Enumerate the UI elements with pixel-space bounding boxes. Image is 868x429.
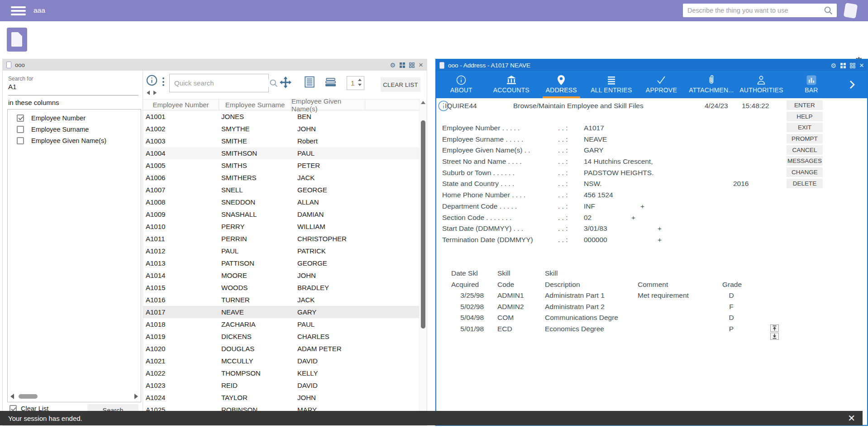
- field-value[interactable]: NEAVE: [584, 135, 607, 143]
- horizontal-scrollbar[interactable]: [10, 393, 138, 400]
- window-titlebar[interactable]: ooo ⚙ ×: [3, 59, 427, 71]
- tile-restore-icon[interactable]: [840, 63, 846, 68]
- table-row[interactable]: A1005SMITHSPETER: [143, 159, 419, 172]
- scroll-left-icon[interactable]: [10, 394, 14, 399]
- clear-list-button[interactable]: CLEAR LIST: [381, 77, 420, 92]
- page-number-value[interactable]: 1: [351, 79, 355, 87]
- table-row[interactable]: A1003SMITHERobert: [143, 135, 419, 147]
- kebab-menu-icon[interactable]: [162, 77, 164, 86]
- window-settings-gear-icon[interactable]: ⚙: [390, 62, 396, 68]
- info-icon[interactable]: [146, 74, 158, 86]
- tab-about[interactable]: ABOUT: [436, 71, 486, 98]
- table-row[interactable]: A1023REIDDAVID: [143, 379, 419, 391]
- tab-address[interactable]: ADDRESS: [536, 71, 587, 98]
- field-value[interactable]: 3/01/83: [584, 224, 607, 233]
- table-row[interactable]: A1010PERRYWILLIAM: [143, 220, 419, 233]
- tab-attachmen[interactable]: ATTACHMEN...: [687, 71, 737, 98]
- vertical-scrollbar[interactable]: [419, 99, 427, 425]
- page-number-stepper[interactable]: 1: [347, 76, 364, 90]
- column-option[interactable]: Employee Number: [8, 112, 141, 124]
- close-icon[interactable]: ×: [859, 62, 864, 69]
- tile-maximize-icon[interactable]: [409, 62, 415, 68]
- tab-all-entries[interactable]: ALL ENTRIES: [587, 71, 637, 98]
- action-button-enter[interactable]: ENTER: [787, 100, 823, 110]
- tab-accounts[interactable]: ACCOUNTS: [486, 71, 537, 98]
- column-option[interactable]: Employee Surname: [8, 124, 141, 135]
- table-row[interactable]: A1006SMITHERSJACK: [143, 172, 419, 184]
- field-value[interactable]: PADSTOW HEIGHTS.: [584, 169, 653, 177]
- scroll-right-icon[interactable]: [134, 394, 138, 399]
- tile-maximize-icon[interactable]: [850, 63, 855, 68]
- field-value[interactable]: 14 Hutchins Crescent,: [584, 157, 653, 166]
- move-icon[interactable]: [280, 76, 291, 88]
- scroll-to-top-icon[interactable]: [770, 324, 779, 332]
- quick-search-input[interactable]: [170, 79, 269, 87]
- stacked-drawers-icon[interactable]: [325, 78, 336, 87]
- step-down-icon[interactable]: [358, 84, 362, 86]
- table-row[interactable]: A1016TURNERJACK: [143, 294, 419, 306]
- column-option[interactable]: Employee Given Name(s): [8, 135, 141, 146]
- prompt-plus[interactable]: +: [640, 202, 644, 210]
- field-value[interactable]: 02: [584, 214, 591, 222]
- prompt-plus[interactable]: +: [658, 224, 662, 233]
- field-value[interactable]: 456 1524: [584, 191, 613, 199]
- table-row[interactable]: A1012PAULPATRICK: [143, 245, 419, 257]
- scrollbar-thumb[interactable]: [421, 120, 425, 329]
- prompt-plus[interactable]: +: [658, 236, 662, 244]
- checkbox-unchecked-icon[interactable]: [17, 137, 24, 144]
- table-row[interactable]: A1008SNEDDONALLAN: [143, 196, 419, 208]
- document-tile-icon[interactable]: [7, 28, 27, 52]
- table-row[interactable]: A1002SMYTHEJOHN: [143, 123, 419, 135]
- table-row[interactable]: A1022THOMPSONKELLY: [143, 367, 419, 379]
- prev-page-icon[interactable]: [147, 91, 150, 95]
- table-row[interactable]: A1017NEAVEGARY: [143, 306, 419, 318]
- scroll-to-bottom-icon[interactable]: [770, 333, 779, 340]
- table-row[interactable]: A1019DICKENSCHARLES: [143, 330, 419, 343]
- field-value[interactable]: INF: [584, 202, 595, 210]
- table-row[interactable]: A1007SNELLGEORGE: [143, 184, 419, 196]
- prompt-plus[interactable]: +: [631, 214, 635, 222]
- table-row[interactable]: A1014MOOREJOHN: [143, 269, 419, 281]
- scrollbar-thumb[interactable]: [19, 394, 38, 399]
- table-row[interactable]: A1015WOODSBRADLEY: [143, 281, 419, 294]
- table-row[interactable]: A1020DOUGLASADAM PETER: [143, 343, 419, 355]
- field-value[interactable]: 000000: [584, 236, 607, 244]
- table-row[interactable]: A1013PATTISONGEORGE: [143, 257, 419, 269]
- table-row[interactable]: A1018ZACHARIAPAUL: [143, 318, 419, 330]
- search-icon[interactable]: [269, 78, 278, 88]
- field-value[interactable]: A1017: [584, 124, 604, 132]
- column-header[interactable]: Employee Number: [143, 100, 219, 110]
- column-header[interactable]: Employee Surname: [219, 100, 291, 110]
- next-page-icon[interactable]: [153, 91, 157, 95]
- list-view-icon[interactable]: [304, 76, 315, 88]
- field-value[interactable]: GARY: [584, 146, 604, 154]
- tab-approve[interactable]: APPROVE: [636, 71, 687, 98]
- column-header[interactable]: Employee Given Name(s): [291, 100, 365, 110]
- window-titlebar[interactable]: ooo - Address - A1017 NEAVE ⚙ ×: [436, 60, 867, 71]
- tile-restore-icon[interactable]: [400, 62, 405, 68]
- scrollbar-track[interactable]: [14, 393, 134, 400]
- tab-authorities[interactable]: AUTHORITIES: [736, 71, 787, 98]
- checkbox-unchecked-icon[interactable]: [17, 126, 24, 133]
- table-row[interactable]: A1004SMITHSONPAUL: [143, 147, 419, 159]
- checkbox-checked-icon[interactable]: [17, 114, 24, 122]
- table-row[interactable]: A1009SNASHALLDAMIAN: [143, 208, 419, 220]
- global-search-input[interactable]: [683, 7, 823, 14]
- step-up-icon[interactable]: [358, 79, 362, 81]
- search-icon[interactable]: [823, 5, 833, 15]
- table-row[interactable]: A1001JONESBEN: [143, 110, 419, 123]
- close-icon[interactable]: ×: [419, 61, 423, 69]
- action-button-help[interactable]: HELP: [787, 112, 823, 121]
- window-settings-gear-icon[interactable]: ⚙: [831, 62, 837, 69]
- field-value[interactable]: NSW.: [584, 180, 602, 188]
- table-row[interactable]: A1024TAYLORJOHN: [143, 391, 419, 404]
- more-tabs-button[interactable]: [836, 71, 867, 98]
- menu-icon[interactable]: [11, 6, 26, 15]
- tab-bar[interactable]: BAR: [787, 71, 837, 98]
- table-row[interactable]: A1011PERRINCHRISTOPHER: [143, 233, 419, 245]
- table-row[interactable]: A1021MCCULLYDAVID: [143, 355, 419, 367]
- close-icon[interactable]: ✕: [848, 414, 855, 423]
- search-for-value[interactable]: A1: [8, 83, 16, 91]
- scroll-up-icon[interactable]: [421, 101, 425, 104]
- notes-icon[interactable]: [844, 3, 858, 19]
